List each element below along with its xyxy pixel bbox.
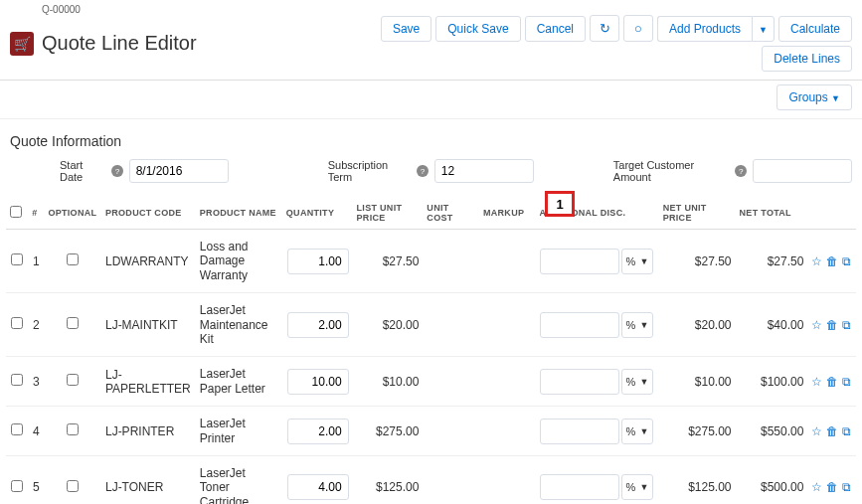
optional-checkbox[interactable] (67, 374, 79, 386)
product-name: LaserJet Printer (196, 407, 282, 456)
product-code: LDWARRANTY (101, 230, 196, 293)
row-checkbox[interactable] (11, 253, 23, 265)
subscription-term-input[interactable] (434, 159, 534, 183)
chevron-down-icon: ▼ (639, 320, 648, 330)
select-all-checkbox[interactable] (10, 206, 22, 218)
col-number: # (28, 197, 44, 230)
start-date-input[interactable] (129, 159, 229, 183)
target-amount-input[interactable] (753, 159, 852, 183)
discount-unit-select[interactable]: % ▼ (621, 474, 654, 500)
product-name: Loss and Damage Warranty (196, 230, 282, 293)
list-unit-price: $20.00 (353, 293, 424, 357)
help-icon[interactable]: ? (735, 165, 747, 177)
net-total: $550.00 (736, 407, 808, 456)
copy-icon[interactable]: ⧉ (842, 375, 851, 389)
discount-input[interactable] (540, 369, 619, 395)
quantity-input[interactable] (287, 249, 349, 274)
net-unit-price: $125.00 (659, 455, 736, 504)
delete-icon[interactable]: 🗑 (826, 254, 838, 268)
unit-cost (423, 230, 479, 293)
callout-badge: 1 (545, 191, 575, 217)
row-index: 5 (28, 455, 44, 504)
favorite-icon[interactable]: ☆ (811, 424, 822, 438)
discount-unit-select[interactable]: % ▼ (621, 312, 654, 338)
favorite-icon[interactable]: ☆ (811, 254, 822, 268)
add-products-dropdown[interactable]: ▼ (752, 16, 775, 42)
chevron-down-icon: ▼ (639, 256, 648, 266)
table-row: 1 LDWARRANTY Loss and Damage Warranty $2… (6, 230, 856, 293)
favorite-icon[interactable]: ☆ (811, 480, 822, 494)
row-checkbox[interactable] (11, 317, 23, 329)
net-total: $40.00 (736, 293, 808, 357)
optional-checkbox[interactable] (67, 253, 79, 265)
unit-cost (423, 407, 479, 456)
col-product-name: PRODUCT NAME (196, 197, 282, 230)
discount-unit-select[interactable]: % ▼ (621, 419, 654, 444)
row-checkbox[interactable] (11, 480, 23, 492)
delete-icon[interactable]: 🗑 (826, 375, 838, 389)
refresh-button[interactable]: ↻ (590, 15, 619, 42)
target-amount-label: Target Customer Amount (613, 159, 730, 183)
add-products-button[interactable]: Add Products (657, 16, 752, 42)
col-unit-cost: UNIT COST (423, 197, 479, 230)
markup (479, 357, 536, 407)
row-checkbox[interactable] (11, 374, 23, 386)
quick-save-button[interactable]: Quick Save (435, 16, 520, 42)
product-name: LaserJet Paper Letter (196, 357, 282, 407)
chevron-down-icon: ▼ (639, 426, 648, 436)
table-row: 4 LJ-PRINTER LaserJet Printer $275.00 % … (6, 407, 856, 456)
copy-icon[interactable]: ⧉ (842, 480, 851, 494)
col-quantity: QUANTITY (282, 197, 353, 230)
chevron-down-icon: ▼ (831, 93, 840, 103)
quantity-input[interactable] (287, 474, 349, 500)
product-name: LaserJet Maintenance Kit (196, 293, 282, 357)
row-index: 2 (28, 293, 44, 357)
cart-icon: 🛒 (10, 32, 34, 56)
favorite-icon[interactable]: ☆ (811, 318, 822, 332)
help-icon[interactable]: ? (417, 165, 428, 177)
product-code: LJ-PRINTER (101, 407, 196, 456)
net-unit-price: $27.50 (659, 230, 736, 293)
discount-unit-select[interactable]: % ▼ (621, 249, 654, 274)
chevron-down-icon: ▼ (639, 482, 648, 492)
subscription-term-label: Subscription Term (328, 159, 412, 183)
copy-icon[interactable]: ⧉ (842, 318, 851, 332)
optional-checkbox[interactable] (67, 317, 79, 329)
optional-checkbox[interactable] (67, 423, 79, 435)
optional-checkbox[interactable] (67, 480, 79, 492)
discount-input[interactable] (540, 419, 619, 444)
copy-icon[interactable]: ⧉ (842, 424, 851, 438)
col-optional: OPTIONAL (44, 197, 101, 230)
discount-input[interactable] (540, 249, 619, 274)
list-unit-price: $10.00 (353, 357, 424, 407)
delete-icon[interactable]: 🗑 (826, 480, 838, 494)
quantity-input[interactable] (287, 419, 349, 444)
favorite-icon[interactable]: ☆ (811, 375, 822, 389)
cancel-button[interactable]: Cancel (525, 16, 586, 42)
delete-icon[interactable]: 🗑 (826, 318, 838, 332)
page-title: Quote Line Editor (42, 32, 197, 55)
unit-cost (423, 293, 479, 357)
col-markup: MARKUP (479, 197, 536, 230)
quantity-input[interactable] (287, 369, 349, 395)
save-button[interactable]: Save (381, 16, 431, 42)
discount-input[interactable] (540, 474, 619, 500)
help-icon[interactable]: ? (111, 165, 122, 177)
discount-unit-select[interactable]: % ▼ (621, 369, 654, 395)
product-code: LJ-TONER (101, 455, 196, 504)
quantity-input[interactable] (287, 312, 349, 338)
net-unit-price: $20.00 (659, 293, 736, 357)
reset-button[interactable]: ○ (623, 15, 653, 42)
discount-input[interactable] (540, 312, 619, 338)
markup (479, 293, 536, 357)
groups-button[interactable]: Groups ▼ (776, 84, 852, 110)
delete-icon[interactable]: 🗑 (826, 424, 838, 438)
col-list-unit-price: LIST UNIT PRICE (353, 197, 424, 230)
calculate-button[interactable]: Calculate (778, 16, 852, 42)
row-checkbox[interactable] (11, 423, 23, 435)
delete-lines-button[interactable]: Delete Lines (762, 46, 852, 72)
col-net-total: NET TOTAL (736, 197, 808, 230)
product-code: LJ-PAPERLETTER (101, 357, 196, 407)
row-index: 1 (28, 230, 44, 293)
copy-icon[interactable]: ⧉ (842, 254, 851, 268)
